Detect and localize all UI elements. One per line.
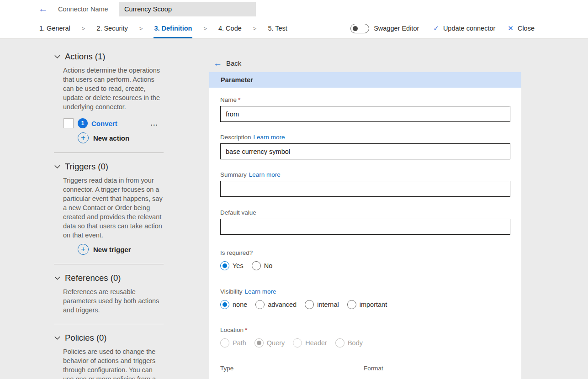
parameter-panel-header: Parameter bbox=[209, 72, 521, 88]
page-body: Actions (1) Actions determine the operat… bbox=[0, 39, 588, 379]
app-topbar: ← Connector Name bbox=[0, 0, 588, 18]
back-arrow-icon: ← bbox=[213, 59, 222, 68]
action-item-label[interactable]: Convert bbox=[91, 120, 117, 127]
is-required-field-label: Is required? bbox=[220, 249, 510, 256]
radio-circle-icon bbox=[335, 338, 344, 347]
summary-input[interactable] bbox=[220, 181, 510, 197]
new-action-button[interactable]: + New action bbox=[78, 132, 164, 143]
radio-option-body: Body bbox=[335, 338, 363, 347]
references-section-title: References (0) bbox=[65, 273, 121, 283]
actions-section-header[interactable]: Actions (1) bbox=[54, 52, 164, 62]
plus-circle-icon: + bbox=[78, 132, 89, 143]
radio-circle-icon bbox=[254, 338, 264, 347]
name-field-group: Name* bbox=[220, 96, 510, 122]
default-value-input[interactable] bbox=[220, 219, 510, 235]
learn-more-link[interactable]: Learn more bbox=[254, 134, 285, 141]
swagger-editor-label: Swagger Editor bbox=[374, 25, 419, 32]
action-item-convert[interactable]: 1 Convert ... bbox=[64, 118, 164, 128]
actions-section: Actions (1) Actions determine the operat… bbox=[54, 52, 164, 143]
tab-5-test[interactable]: 5. Test bbox=[268, 18, 287, 38]
sidebar-divider bbox=[54, 324, 164, 324]
radio-circle-icon bbox=[220, 338, 229, 347]
new-trigger-label: New trigger bbox=[93, 246, 131, 253]
chevron-down-icon bbox=[54, 335, 61, 342]
tabbar-actions: Swagger Editor ✓ Update connector ✕ Clos… bbox=[350, 18, 535, 38]
new-trigger-button[interactable]: + New trigger bbox=[78, 244, 164, 255]
toggle-knob-icon bbox=[353, 26, 358, 31]
radio-option-label: Query bbox=[267, 339, 285, 347]
label-text: Description bbox=[220, 134, 251, 141]
references-section-header[interactable]: References (0) bbox=[54, 273, 164, 283]
radio-option-query: Query bbox=[254, 338, 285, 347]
name-input[interactable] bbox=[220, 106, 510, 122]
label-text: Visibility bbox=[220, 288, 243, 295]
label-text: Is required? bbox=[220, 249, 253, 256]
actions-section-description: Actions determine the operations that us… bbox=[63, 66, 164, 111]
triggers-section: Triggers (0) Triggers read data in from … bbox=[54, 162, 164, 255]
radio-option-important[interactable]: important bbox=[347, 300, 387, 309]
radio-option-yes[interactable]: Yes bbox=[220, 261, 244, 270]
description-input[interactable] bbox=[220, 143, 510, 159]
is-required-radio-group: YesNo bbox=[220, 261, 510, 270]
radio-option-no[interactable]: No bbox=[252, 261, 273, 270]
tab-2-security[interactable]: 2. Security bbox=[96, 18, 128, 38]
radio-circle-icon[interactable] bbox=[255, 300, 265, 309]
radio-circle-icon[interactable] bbox=[347, 300, 356, 309]
format-field-label: Format bbox=[364, 365, 383, 372]
tab-3-definition[interactable]: 3. Definition bbox=[154, 18, 192, 38]
close-label: Close bbox=[518, 25, 535, 32]
learn-more-link[interactable]: Learn more bbox=[249, 171, 281, 178]
back-arrow-icon[interactable]: ← bbox=[38, 3, 48, 14]
policies-section: Policies (0) Policies are used to change… bbox=[54, 333, 164, 379]
radio-circle-icon[interactable] bbox=[220, 261, 229, 270]
more-options-icon[interactable]: ... bbox=[151, 120, 158, 127]
new-action-label: New action bbox=[93, 134, 129, 142]
radio-option-internal[interactable]: internal bbox=[305, 300, 339, 309]
radio-option-label: advanced bbox=[268, 301, 297, 308]
radio-circle-icon[interactable] bbox=[252, 261, 261, 270]
label-text: Default value bbox=[220, 209, 256, 216]
format-field-group: Format bbox=[364, 365, 383, 372]
label-text: Location bbox=[220, 326, 244, 333]
sidebar-divider bbox=[54, 264, 164, 264]
update-connector-button[interactable]: ✓ Update connector bbox=[433, 24, 495, 32]
chevron-down-icon bbox=[54, 275, 61, 282]
definition-sidebar: Actions (1) Actions determine the operat… bbox=[54, 52, 164, 379]
close-button[interactable]: ✕ Close bbox=[508, 24, 535, 32]
sidebar-divider bbox=[54, 153, 164, 153]
radio-circle-icon[interactable] bbox=[305, 300, 314, 309]
chevron-right-icon: > bbox=[82, 25, 85, 32]
action-checkbox[interactable] bbox=[64, 118, 74, 128]
tab-4-code[interactable]: 4. Code bbox=[218, 18, 242, 38]
plus-circle-icon: + bbox=[78, 244, 89, 255]
default-value-field-label: Default value bbox=[220, 209, 510, 216]
radio-circle-icon[interactable] bbox=[220, 300, 229, 309]
checkmark-icon: ✓ bbox=[433, 24, 439, 32]
summary-field-group: SummaryLearn more bbox=[220, 171, 510, 197]
location-radio-group: PathQueryHeaderBody bbox=[220, 338, 510, 347]
connector-name-label: Connector Name bbox=[58, 5, 108, 13]
connector-name-input[interactable] bbox=[119, 2, 256, 16]
triggers-section-header[interactable]: Triggers (0) bbox=[54, 162, 164, 172]
policies-section-title: Policies (0) bbox=[65, 333, 107, 343]
parameter-panel-title: Parameter bbox=[221, 76, 253, 84]
actions-section-title: Actions (1) bbox=[65, 52, 105, 62]
visibility-field-label: VisibilityLearn more bbox=[220, 288, 510, 295]
radio-option-label: important bbox=[360, 301, 387, 308]
panel-back-label: Back bbox=[226, 59, 241, 67]
parameter-panel: Parameter Name* DescriptionLearn more Su… bbox=[209, 72, 521, 379]
panel-back-button[interactable]: ← Back bbox=[213, 59, 241, 68]
learn-more-link[interactable]: Learn more bbox=[245, 288, 276, 295]
radio-option-path: Path bbox=[220, 338, 246, 347]
swagger-editor-toggle[interactable] bbox=[350, 24, 369, 33]
update-connector-label: Update connector bbox=[443, 25, 495, 32]
description-field-group: DescriptionLearn more bbox=[220, 134, 510, 159]
policies-section-description: Policies are used to change the behavior… bbox=[63, 347, 164, 379]
radio-option-advanced[interactable]: advanced bbox=[255, 300, 297, 309]
radio-option-none[interactable]: none bbox=[220, 300, 247, 309]
tab-1-general[interactable]: 1. General bbox=[39, 18, 70, 38]
policies-section-header[interactable]: Policies (0) bbox=[54, 333, 164, 343]
radio-option-label: Body bbox=[348, 339, 363, 347]
step-tabs: 1. General>2. Security>3. Definition>4. … bbox=[39, 18, 287, 38]
close-icon: ✕ bbox=[508, 24, 514, 32]
